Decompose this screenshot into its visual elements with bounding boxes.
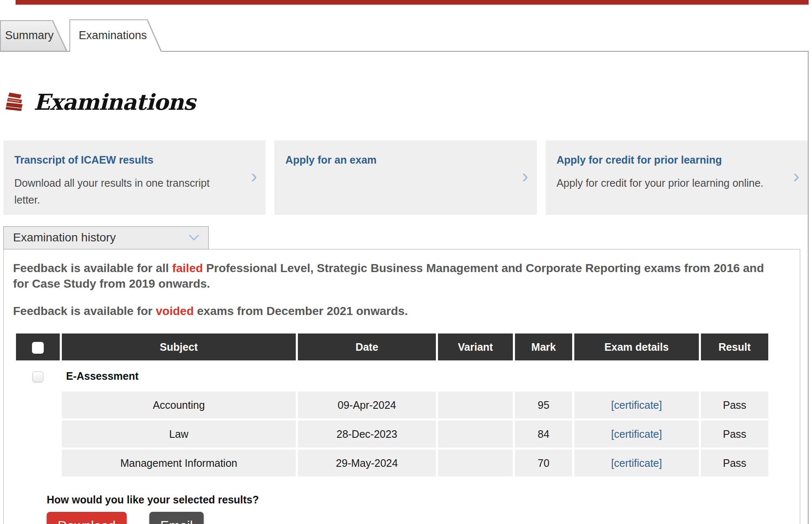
variant-cell bbox=[438, 421, 513, 447]
card-apply-exam[interactable]: Apply for an exam › bbox=[274, 140, 536, 215]
page-right-border bbox=[808, 51, 809, 524]
result-cell: Pass bbox=[701, 421, 768, 447]
page-title: Examinations bbox=[34, 89, 195, 115]
column-header-subject: Subject bbox=[62, 333, 296, 360]
table-row: Accounting 09-Apr-2024 95 [certificate] … bbox=[16, 392, 768, 418]
card-body-text: Apply for credit for your prior learning… bbox=[557, 175, 775, 192]
card-title-link[interactable]: Transcript of ICAEW results bbox=[14, 154, 233, 166]
variant-cell bbox=[438, 450, 513, 476]
date-cell: 28-Dec-2023 bbox=[298, 421, 436, 447]
table-row: Management Information 29-May-2024 70 [c… bbox=[16, 450, 768, 476]
tab-summary-label: Summary bbox=[0, 20, 67, 51]
mark-cell: 84 bbox=[515, 421, 572, 447]
date-cell: 29-May-2024 bbox=[298, 450, 436, 476]
mark-cell: 95 bbox=[515, 392, 572, 418]
card-credit-prior-learning[interactable]: Apply for credit for prior learning Appl… bbox=[546, 140, 808, 215]
page-header: Examinations bbox=[3, 74, 809, 130]
chevron-down-icon bbox=[189, 235, 199, 241]
exam-details-cell: [certificate] bbox=[574, 450, 699, 476]
subject-cell: Accounting bbox=[62, 392, 296, 418]
certificate-link[interactable]: [certificate] bbox=[611, 399, 662, 411]
voided-highlight: voided bbox=[156, 304, 194, 318]
date-cell: 09-Apr-2024 bbox=[298, 392, 436, 418]
column-header-date: Date bbox=[298, 333, 436, 360]
card-transcript[interactable]: Transcript of ICAEW results Download all… bbox=[3, 140, 265, 215]
exam-details-cell: [certificate] bbox=[574, 421, 699, 447]
column-header-variant: Variant bbox=[438, 333, 513, 360]
download-button[interactable]: Download bbox=[47, 512, 127, 524]
feedback-paragraph: Feedback is available for voided exams f… bbox=[13, 303, 766, 319]
chevron-right-icon: › bbox=[251, 166, 257, 185]
select-all-checkbox[interactable] bbox=[32, 342, 44, 354]
result-cell: Pass bbox=[701, 392, 768, 418]
email-button[interactable]: Email bbox=[149, 512, 204, 524]
tab-strip: Summary Examinations bbox=[0, 19, 809, 52]
chevron-right-icon: › bbox=[522, 166, 528, 185]
top-accent-bar bbox=[16, 0, 809, 5]
group-checkbox[interactable] bbox=[32, 371, 43, 382]
feedback-notes: Feedback is available for all failed Pro… bbox=[13, 260, 791, 319]
chevron-right-icon: › bbox=[793, 166, 799, 185]
books-icon bbox=[3, 90, 27, 114]
examination-history-accordion[interactable]: Examination history bbox=[3, 226, 209, 249]
action-buttons: Download Email bbox=[47, 512, 791, 524]
column-header-result: Result bbox=[701, 333, 768, 360]
card-title-link[interactable]: Apply for an exam bbox=[285, 154, 504, 166]
tab-examinations-label: Examinations bbox=[69, 19, 162, 52]
card-body-text: Download all your results in one transcr… bbox=[14, 175, 233, 209]
select-all-header bbox=[16, 333, 60, 360]
table-header-row: Subject Date Variant Mark Exam details R… bbox=[16, 333, 768, 360]
column-header-mark: Mark bbox=[515, 333, 572, 360]
feedback-paragraph: Feedback is available for all failed Pro… bbox=[13, 260, 766, 291]
certificate-link[interactable]: [certificate] bbox=[611, 428, 662, 440]
group-row-e-assessment: E-Assessment bbox=[16, 363, 768, 389]
subject-cell: Law bbox=[62, 421, 296, 447]
failed-highlight: failed bbox=[172, 262, 203, 275]
mark-cell: 70 bbox=[515, 450, 572, 476]
tab-summary[interactable]: Summary bbox=[0, 20, 67, 51]
table-row: Law 28-Dec-2023 84 [certificate] Pass bbox=[16, 421, 768, 447]
result-cell: Pass bbox=[701, 450, 768, 476]
group-label: E-Assessment bbox=[62, 363, 296, 389]
results-prompt: How would you like your selected results… bbox=[47, 494, 791, 506]
certificate-link[interactable]: [certificate] bbox=[611, 457, 662, 469]
subject-cell: Management Information bbox=[62, 450, 296, 476]
tab-examinations[interactable]: Examinations bbox=[69, 19, 162, 52]
exam-details-cell: [certificate] bbox=[574, 392, 699, 418]
quick-link-cards: Transcript of ICAEW results Download all… bbox=[3, 140, 808, 215]
variant-cell bbox=[438, 392, 513, 418]
accordion-label: Examination history bbox=[13, 231, 116, 244]
results-table: Subject Date Variant Mark Exam details R… bbox=[14, 331, 770, 479]
card-title-link[interactable]: Apply for credit for prior learning bbox=[557, 154, 775, 166]
column-header-exam-details: Exam details bbox=[574, 333, 699, 360]
examination-history-panel: Feedback is available for all failed Pro… bbox=[3, 249, 800, 524]
